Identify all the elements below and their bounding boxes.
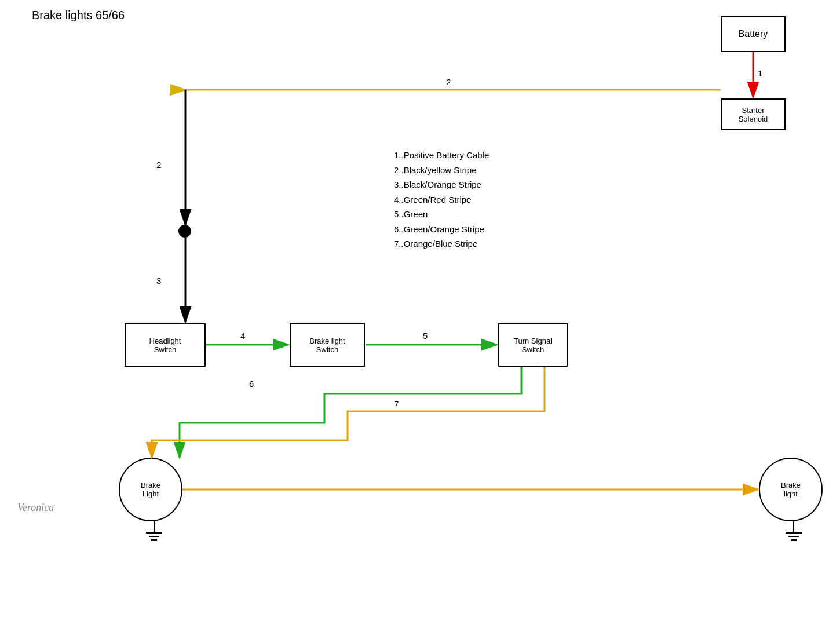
svg-text:5: 5 [423, 331, 428, 341]
legend-item-1: 1..Positive Battery Cable [394, 148, 489, 163]
turn-signal-switch: Turn SignalSwitch [498, 323, 568, 367]
solenoid-box: StarterSolenoid [721, 98, 786, 130]
svg-text:2: 2 [156, 160, 161, 170]
watermark: Veronica [17, 502, 54, 514]
diagram-container: Brake lights 65/66 Battery StarterSoleno… [0, 0, 840, 621]
legend-item-5: 5..Green [394, 207, 489, 222]
battery-box: Battery [721, 16, 786, 52]
legend-item-7: 7..Orange/Blue Stripe [394, 236, 489, 251]
brake-light-switch: Brake lightSwitch [290, 323, 365, 367]
svg-text:6: 6 [249, 379, 254, 389]
brake-light-right: Brakelight [759, 458, 823, 521]
svg-text:3: 3 [156, 276, 161, 286]
svg-text:7: 7 [394, 399, 399, 409]
legend-item-6: 6..Green/Orange Stripe [394, 222, 489, 237]
ground-left [146, 521, 162, 541]
svg-text:4: 4 [240, 331, 245, 341]
brake-light-left: BrakeLight [119, 458, 182, 521]
legend-item-2: 2..Black/yellow Stripe [394, 163, 489, 178]
junction-dot [178, 225, 191, 238]
svg-text:1: 1 [758, 68, 762, 78]
svg-text:2: 2 [446, 77, 451, 87]
headlight-switch: HeadlightSwitch [125, 323, 206, 367]
legend-item-3: 3..Black/Orange Stripe [394, 177, 489, 192]
page-title: Brake lights 65/66 [32, 9, 125, 22]
wiring-diagram: 1 2 2 3 4 5 6 7 [0, 0, 840, 621]
legend-box: 1..Positive Battery Cable 2..Black/yello… [394, 148, 489, 251]
legend-item-4: 4..Green/Red Stripe [394, 192, 489, 207]
ground-right [786, 521, 802, 541]
